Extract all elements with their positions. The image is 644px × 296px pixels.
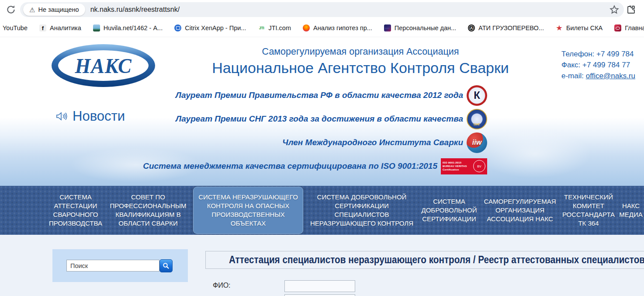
bureau-veritas-emblem-icon: BV: [473, 160, 485, 172]
bookmark-star-icon[interactable]: [609, 4, 620, 15]
bookmark-label: Анализ гипотез пр...: [313, 24, 372, 31]
news-label: Новости: [73, 108, 125, 124]
fio-input[interactable]: [284, 280, 355, 292]
award-text: Система менеджмента качества сертифициро…: [143, 161, 437, 171]
nav-item[interactable]: СИСТЕМА ДОБРОВОЛЬНОЙ СЕРТИФИКАЦИИ СПЕЦИА…: [307, 193, 417, 228]
search-panel: [52, 249, 188, 282]
bookmark-label: Huvila.net/1462 - А...: [104, 24, 163, 31]
browser-window: ⚠ Не защищено nk.naks.ru/asnk/reestratts…: [0, 0, 644, 296]
award-row-sng: Лауреат Премии СНГ 2013 года за достижен…: [143, 108, 487, 129]
search-button[interactable]: [159, 259, 173, 272]
bookmark-favicon-icon: ····: [384, 24, 391, 31]
bookmark-item[interactable]: ★ Билеты СКА: [556, 24, 602, 31]
contacts-block: Телефон: +7 499 784 Факс: +7 499 784 77 …: [561, 49, 644, 81]
bookmark-favicon-icon: ★: [556, 24, 563, 31]
naks-logo-inner: НАКС: [58, 50, 149, 81]
iso-line: Certification: [443, 168, 471, 171]
bookmark-item[interactable]: YouTube: [3, 24, 28, 31]
page-title: Аттестация специалистов неразрушающего к…: [229, 254, 644, 266]
bookmark-label: YouTube: [3, 24, 28, 31]
phone-line: Телефон: +7 499 784: [561, 49, 644, 59]
nav-item[interactable]: СИСТЕМА ДОБРОВОЛЬНОЙ СЕРТИФИКАЦИИ: [420, 197, 478, 223]
award-text: Член Международного Института Сварки: [282, 138, 463, 147]
award-text: Лауреат Премии СНГ 2013 года за достижен…: [176, 114, 463, 124]
email-link[interactable]: office@naks.ru: [586, 72, 635, 80]
magnifier-icon: [163, 262, 170, 269]
iso-bureau-veritas-badge-icon: ISO 9001:2015 BUREAU VERITAS Certificati…: [441, 158, 487, 174]
email-prefix: e-mail:: [561, 72, 586, 80]
bookmark-favicon-icon: [174, 24, 181, 31]
org-title-block: Саморегулируемая организация Ассоциация …: [184, 46, 537, 77]
bookmarks-bar: YouTube f Аналитика Huvila.net/1462 - А.…: [0, 19, 644, 37]
naks-logo[interactable]: НАКС: [52, 44, 155, 87]
bookmark-item[interactable]: ···· Персональные дан...: [384, 24, 456, 31]
bookmark-favicon-icon: [614, 24, 621, 31]
bookmark-item[interactable]: Citrix XenApp - При...: [174, 24, 246, 31]
extensions-puzzle-icon[interactable]: [626, 4, 636, 15]
email-line: e-mail: office@naks.ru: [561, 70, 644, 81]
award-row-iiw: Член Международного Института Сварки iiw: [143, 132, 487, 153]
nav-item[interactable]: СИСТЕМА НЕРАЗРУШАЮЩЕГО КОНТРОЛЯ НА ОПАСН…: [193, 187, 303, 234]
nav-item[interactable]: ТЕХНИЧЕСКИЙ КОМИТЕТ РОССТАНДАРТА ТК 364: [562, 193, 615, 228]
refresh-icon[interactable]: [5, 4, 17, 15]
nav-item[interactable]: СИСТЕМА АТТЕСТАЦИИ СВАРОЧНОГО ПРОИЗВОДСТ…: [48, 193, 103, 228]
bookmark-item[interactable]: Анализ гипотез пр...: [303, 24, 372, 31]
org-type: Саморегулируемая организация Ассоциация: [184, 46, 537, 57]
section-title-box: Аттестация специалистов неразрушающего к…: [205, 251, 644, 269]
bookmark-label: Аналитика: [50, 24, 81, 31]
awards-block: Лауреат Премии Правительства РФ в област…: [143, 85, 487, 177]
bookmark-item[interactable]: f Аналитика: [39, 24, 81, 31]
bookmark-favicon-icon: JTI: [258, 24, 265, 31]
award-row-iso: Система менеджмента качества сертифициро…: [143, 156, 487, 177]
bookmark-favicon-icon: A: [468, 24, 475, 31]
iso-line: BUREAU VERITAS: [443, 164, 471, 168]
security-label: Не защищено: [38, 6, 79, 13]
fio-label: ФИО:: [213, 282, 231, 289]
nav-item[interactable]: НАКС МЕДИА: [619, 202, 643, 219]
gov-quality-prize-badge-icon: К: [467, 85, 487, 106]
fax-line: Факс: +7 499 784 77: [561, 59, 644, 70]
bookmark-label: Персональные дан...: [395, 24, 456, 31]
page-content: Аттестация специалистов неразрушающего к…: [0, 235, 644, 296]
search-input[interactable]: [66, 260, 159, 272]
bookmark-label: Билеты СКА: [566, 24, 602, 31]
nav-item[interactable]: САМОРЕГУЛИРУЕМАЯ ОРГАНИЗАЦИЯ АССОЦИАЦИЯ …: [481, 197, 558, 223]
iiw-globe-badge-icon: iiw: [467, 132, 487, 153]
award-row-gov: Лауреат Премии Правительства РФ в област…: [143, 85, 487, 106]
bookmark-label: АТИ ГРУЗОПЕРЕВО...: [478, 24, 544, 31]
iso-line: ISO 9001:2015: [443, 161, 471, 164]
url-text[interactable]: nk.naks.ru/asnk/reestrattsnk/: [90, 6, 180, 14]
naks-logo-text: НАКС: [75, 53, 132, 78]
bookmark-favicon-icon: f: [39, 24, 46, 31]
site-header: НАКС Саморегулируемая организация Ассоци…: [0, 37, 644, 186]
org-name: Национальное Агентство Контроля Сварки: [184, 59, 537, 77]
browser-toolbar: ⚠ Не защищено nk.naks.ru/asnk/reestratts…: [0, 0, 644, 19]
speaker-icon: [56, 111, 68, 122]
next-form-input[interactable]: [284, 294, 355, 296]
bookmark-favicon-icon: [303, 24, 310, 31]
warning-icon: ⚠: [29, 7, 35, 13]
award-text: Лауреат Премии Правительства РФ в област…: [176, 91, 463, 100]
news-link[interactable]: Новости: [56, 108, 125, 124]
bookmark-label: Citrix XenApp - При...: [185, 24, 246, 31]
bookmark-item[interactable]: Главная: [614, 24, 644, 31]
security-chip[interactable]: ⚠ Не защищено: [23, 3, 85, 16]
bookmark-item[interactable]: JTI JTI.com: [258, 24, 291, 31]
map-decoration: [478, 130, 592, 178]
nav-item[interactable]: СОВЕТ ПО ПРОФЕССИОНАЛЬНЫМ КВАЛИФИКАЦИЯМ …: [107, 193, 190, 228]
main-navigation: СИСТЕМА АТТЕСТАЦИИ СВАРОЧНОГО ПРОИЗВОДСТ…: [0, 186, 644, 235]
bookmark-label: Главная: [625, 24, 644, 31]
sng-prize-badge-icon: СНГ: [467, 109, 487, 129]
bookmark-item[interactable]: A АТИ ГРУЗОПЕРЕВО...: [468, 24, 544, 31]
address-bar[interactable]: ⚠ Не защищено nk.naks.ru/asnk/reestratts…: [20, 2, 624, 17]
bookmark-item[interactable]: Huvila.net/1462 - А...: [93, 24, 163, 31]
bookmark-label: JTI.com: [268, 24, 291, 31]
bookmark-favicon-icon: [93, 24, 100, 31]
